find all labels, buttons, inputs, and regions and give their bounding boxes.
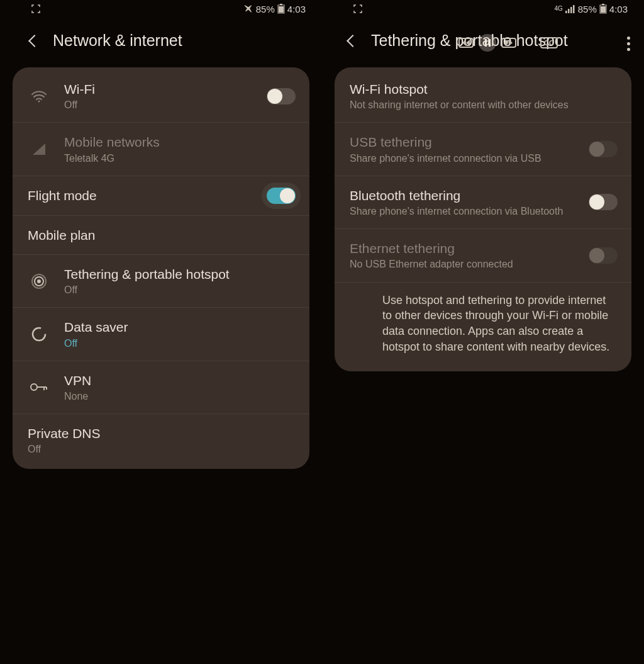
row-title: Bluetooth tethering [350, 188, 576, 203]
helper-text: Use hotspot and tethering to provide int… [335, 283, 631, 369]
wifi-icon [26, 90, 52, 103]
row-mobile-networks[interactable]: Mobile networks Teletalk 4G [13, 123, 309, 176]
row-mobile-plan[interactable]: Mobile plan [13, 216, 309, 255]
signal-icon [565, 4, 575, 13]
row-ethernet-tethering: Ethernet tethering No USB Ethernet adapt… [335, 229, 631, 282]
svg-point-4 [37, 279, 41, 283]
fullscreen-icon [31, 4, 40, 13]
battery-percent: 85% [578, 4, 597, 14]
phone-screen-left: 85% 4:03 Network & internet Wi-Fi Off [0, 0, 322, 664]
row-title: Wi-Fi hotspot [350, 81, 618, 97]
svg-rect-12 [573, 5, 575, 13]
row-wifi[interactable]: Wi-Fi Off [13, 70, 309, 123]
back-icon[interactable] [28, 35, 41, 47]
battery-icon [277, 4, 285, 14]
svg-rect-9 [565, 11, 567, 13]
status-bar: 4G 85% 4:03 [322, 0, 644, 18]
row-tethering[interactable]: Tethering & portable hotspot Off [13, 255, 309, 308]
hotspot-icon [26, 273, 52, 290]
settings-panel: Wi-Fi Off Mobile networks Teletalk 4G Fl… [13, 67, 309, 469]
row-title: Flight mode [28, 188, 254, 203]
row-title: VPN [64, 373, 296, 388]
eth-toggle [589, 247, 618, 264]
row-subtitle: Share phone's internet connection via US… [350, 152, 576, 164]
wifi-toggle[interactable] [267, 88, 296, 104]
screen-header: Tethering & portable hotspot CC [322, 18, 644, 67]
vpn-key-icon [26, 382, 52, 392]
svg-point-8 [31, 384, 37, 390]
row-flight-mode[interactable]: Flight mode [13, 176, 309, 216]
svg-point-7 [33, 328, 45, 340]
row-wifi-hotspot[interactable]: Wi-Fi hotspot Not sharing internet or co… [335, 70, 631, 123]
network-type: 4G [554, 6, 562, 12]
flight-toggle[interactable] [267, 188, 296, 204]
row-title: Mobile plan [28, 227, 296, 243]
svg-point-3 [38, 100, 40, 102]
row-subtitle: Share phone's internet connection via Bl… [350, 205, 576, 217]
phone-screen-right: 4G 85% 4:03 Tethering & portable hotspot… [322, 0, 644, 664]
battery-icon [599, 4, 607, 14]
data-saver-icon [26, 326, 52, 342]
row-usb-tethering: USB tethering Share phone's internet con… [335, 123, 631, 176]
svg-rect-2 [279, 6, 284, 13]
svg-rect-10 [568, 9, 570, 13]
battery-percent: 85% [256, 4, 275, 14]
airplane-icon [243, 4, 253, 14]
fullscreen-icon [353, 4, 362, 13]
row-vpn[interactable]: VPN None [13, 361, 309, 414]
back-icon[interactable] [347, 35, 359, 47]
bt-toggle[interactable] [589, 194, 618, 210]
clock-text: 4:03 [287, 4, 306, 14]
row-title: Tethering & portable hotspot [64, 266, 296, 282]
svg-rect-11 [570, 7, 572, 13]
row-subtitle: Off [64, 337, 296, 349]
row-title: Mobile networks [64, 134, 296, 150]
svg-rect-15 [601, 6, 606, 13]
status-bar: 85% 4:03 [0, 0, 322, 18]
row-subtitle: Teletalk 4G [64, 152, 296, 164]
row-subtitle: Off [64, 284, 296, 296]
page-title: Tethering & portable hotspot [371, 31, 568, 50]
screen-header: Network & internet [0, 18, 322, 67]
settings-panel: Wi-Fi hotspot Not sharing internet or co… [335, 67, 631, 371]
more-icon[interactable] [627, 37, 630, 51]
signal-icon [26, 142, 52, 156]
row-title: Data saver [64, 319, 296, 335]
row-data-saver[interactable]: Data saver Off [13, 308, 309, 361]
row-title: Wi-Fi [64, 81, 254, 97]
row-subtitle: Not sharing internet or content with oth… [350, 99, 618, 111]
row-subtitle: Off [28, 443, 296, 455]
row-subtitle: None [64, 390, 296, 402]
row-title: Ethernet tethering [350, 240, 576, 256]
page-title: Network & internet [53, 31, 182, 50]
row-bluetooth-tethering[interactable]: Bluetooth tethering Share phone's intern… [335, 176, 631, 229]
row-private-dns[interactable]: Private DNS Off [13, 414, 309, 466]
row-subtitle: Off [64, 99, 254, 111]
row-title: Private DNS [28, 425, 296, 441]
row-title: USB tethering [350, 134, 576, 150]
clock-text: 4:03 [609, 4, 628, 14]
row-subtitle: No USB Ethernet adapter connected [350, 258, 576, 270]
usb-toggle [589, 141, 618, 157]
